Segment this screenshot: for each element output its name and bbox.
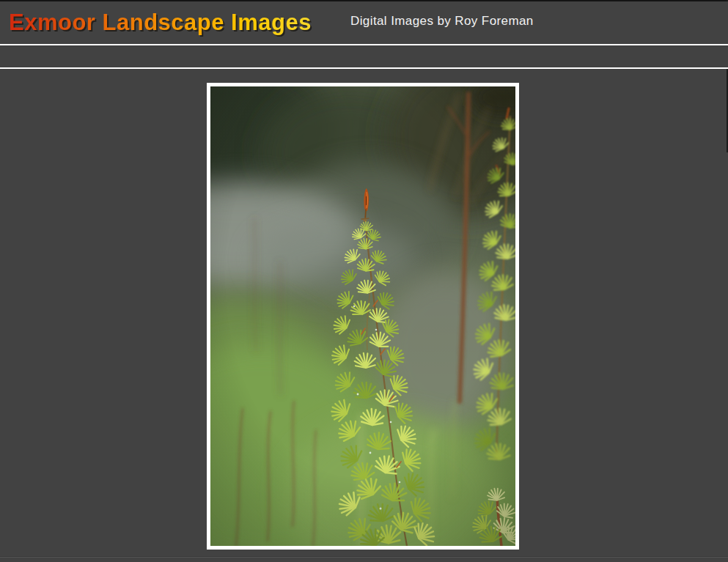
site-header: Exmoor Landscape Images Digital Images b… [0, 1, 728, 44]
site-subtitle: Digital Images by Roy Foreman [350, 14, 534, 29]
content-area [0, 69, 728, 562]
photo-frame [207, 83, 519, 550]
bottom-rule-highlight [0, 557, 728, 558]
page: Exmoor Landscape Images Digital Images b… [0, 0, 728, 562]
heather-photo-image [210, 86, 515, 546]
photo-vignette [210, 86, 515, 546]
site-title: Exmoor Landscape Images [9, 9, 312, 37]
nav-bar [0, 45, 728, 67]
